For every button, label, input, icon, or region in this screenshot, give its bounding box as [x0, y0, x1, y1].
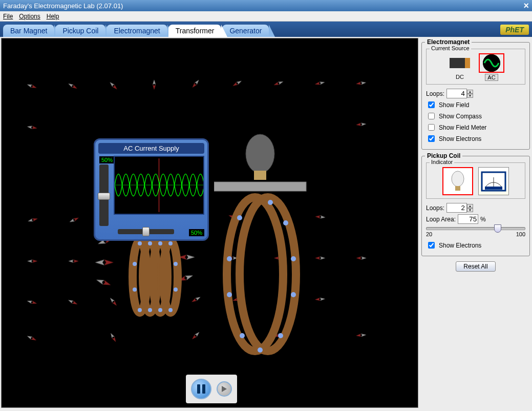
- svg-point-21: [227, 197, 283, 351]
- em-loops-up[interactable]: ▲: [467, 90, 473, 94]
- area-min: 20: [426, 231, 432, 237]
- current-source-legend: Current Source: [430, 45, 471, 51]
- loop-area-label: Loop Area:: [426, 216, 456, 223]
- svg-point-27: [291, 256, 296, 261]
- indicator-legend: Indicator: [430, 159, 454, 165]
- main-area: AC Current Supply 50% 50%: [0, 37, 532, 409]
- pc-loops-spinner[interactable]: ▲▼: [446, 203, 473, 213]
- electromagnet-legend: Electromagnet: [425, 38, 472, 46]
- phet-logo[interactable]: PhET: [500, 25, 529, 35]
- pickup-coil[interactable]: [214, 131, 316, 356]
- svg-point-16: [174, 262, 178, 266]
- em-loops-down[interactable]: ▼: [467, 94, 473, 98]
- show-field-meter-checkbox[interactable]: Show Field Meter: [426, 122, 525, 132]
- loop-area-row: Loop Area: %: [426, 214, 525, 224]
- svg-point-39: [452, 171, 464, 187]
- menu-help[interactable]: Help: [47, 13, 59, 20]
- tab-strip: Bar Magnet Pickup Coil Electromagnet Tra…: [0, 22, 532, 37]
- indicator-group: Indicator: [426, 162, 525, 199]
- em-loops-input[interactable]: [446, 89, 467, 98]
- pc-loops-up[interactable]: ▲: [467, 204, 473, 208]
- show-compass-checkbox[interactable]: Show Compass: [426, 111, 525, 121]
- pause-icon: [197, 384, 205, 394]
- svg-point-7: [148, 241, 152, 245]
- svg-point-22: [240, 197, 296, 351]
- ac-source-option[interactable]: AC: [479, 53, 504, 81]
- svg-point-12: [158, 308, 162, 312]
- play-controls: [186, 375, 237, 403]
- svg-rect-40: [455, 186, 460, 191]
- svg-rect-36: [465, 58, 470, 68]
- show-electrons-pc-checkbox[interactable]: Show Electrons: [426, 240, 525, 250]
- pc-loops-down[interactable]: ▼: [467, 208, 473, 212]
- svg-rect-19: [254, 171, 266, 180]
- voltmeter-icon: [481, 171, 506, 192]
- step-button[interactable]: [217, 381, 232, 397]
- pause-button[interactable]: [191, 379, 211, 399]
- menu-file[interactable]: File: [3, 13, 13, 20]
- tab-transformer[interactable]: Transformer: [168, 25, 222, 37]
- svg-point-6: [138, 241, 142, 245]
- ac-amplitude-slider[interactable]: [99, 165, 109, 226]
- reset-all-button[interactable]: Reset All: [456, 261, 495, 272]
- em-loops-spinner[interactable]: ▲▼: [446, 89, 473, 98]
- current-source-group: Current Source DC AC: [426, 49, 525, 85]
- electromagnet-coil[interactable]: [114, 233, 196, 325]
- ac-supply-title: AC Current Supply: [98, 143, 204, 154]
- svg-point-31: [278, 333, 283, 338]
- ac-current-supply[interactable]: AC Current Supply 50% 50%: [94, 138, 209, 241]
- svg-point-15: [133, 287, 137, 292]
- dc-source-option[interactable]: DC: [447, 53, 473, 81]
- loop-area-input[interactable]: [458, 214, 478, 224]
- em-loops-label: Loops:: [426, 90, 444, 97]
- svg-point-17: [174, 287, 178, 292]
- svg-point-11: [148, 308, 152, 312]
- menu-bar: File Options Help: [0, 11, 532, 22]
- svg-point-8: [158, 241, 162, 245]
- ac-frequency-value: 50%: [189, 229, 204, 236]
- tab-pickup-coil[interactable]: Pickup Coil: [55, 25, 105, 37]
- svg-point-13: [168, 308, 173, 312]
- svg-rect-35: [450, 58, 465, 68]
- simulation-canvas[interactable]: AC Current Supply 50% 50%: [1, 38, 418, 408]
- pc-loops-label: Loops:: [426, 204, 444, 212]
- title-bar: Faraday's Electromagnetic Lab (2.07.01) …: [0, 0, 532, 11]
- svg-point-29: [291, 292, 296, 297]
- svg-rect-43: [485, 187, 502, 190]
- pickup-coil-group: Pickup Coil Indicator Loops: ▲▼: [421, 156, 530, 256]
- tab-electromagnet[interactable]: Electromagnet: [107, 25, 167, 37]
- svg-point-9: [168, 241, 173, 245]
- window-title: Faraday's Electromagnetic Lab (2.07.01): [3, 2, 123, 10]
- ac-label: AC: [485, 74, 498, 81]
- svg-point-26: [227, 256, 232, 261]
- battery-icon: [447, 53, 473, 73]
- electromagnet-group: Electromagnet Current Source DC AC: [421, 42, 530, 150]
- ac-amplitude-value: 50%: [99, 156, 115, 163]
- svg-point-23: [237, 215, 242, 220]
- svg-point-25: [283, 220, 288, 225]
- svg-point-10: [138, 308, 142, 312]
- tab-bar-magnet[interactable]: Bar Magnet: [3, 25, 54, 37]
- ac-source-icon: [479, 53, 504, 73]
- menu-options[interactable]: Options: [19, 13, 40, 20]
- magnetic-field-vectors: [2, 38, 418, 357]
- svg-point-30: [240, 333, 245, 338]
- loop-area-slider[interactable]: [426, 227, 525, 230]
- show-electrons-em-checkbox[interactable]: Show Electrons: [426, 134, 525, 143]
- ac-frequency-slider[interactable]: [118, 229, 174, 234]
- bulb-indicator-option[interactable]: [442, 167, 473, 195]
- pc-loops-input[interactable]: [446, 203, 467, 213]
- svg-point-18: [246, 134, 274, 173]
- voltmeter-indicator-option[interactable]: [478, 167, 509, 195]
- loop-area-unit: %: [480, 216, 486, 223]
- svg-point-24: [268, 200, 273, 205]
- pickup-coil-legend: Pickup Coil: [425, 152, 462, 159]
- show-field-checkbox[interactable]: Show Field: [426, 100, 525, 110]
- svg-point-28: [227, 292, 232, 297]
- svg-point-14: [133, 262, 137, 266]
- control-panel: Electromagnet Current Source DC AC: [419, 37, 532, 409]
- tab-generator[interactable]: Generator: [222, 25, 269, 37]
- dc-label: DC: [454, 74, 466, 80]
- close-button[interactable]: ×: [523, 1, 529, 11]
- em-loops-row: Loops: ▲▼: [426, 89, 525, 98]
